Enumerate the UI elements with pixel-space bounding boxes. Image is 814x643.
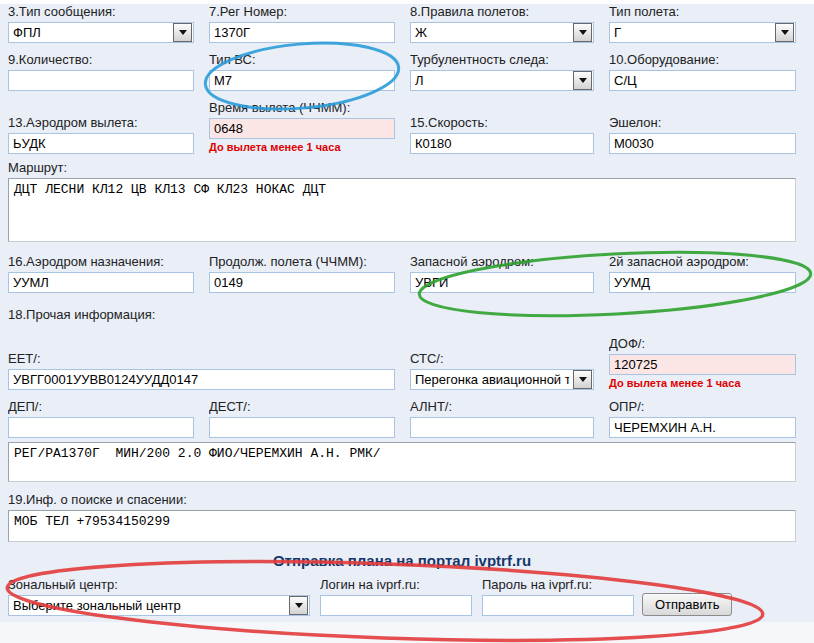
- dropdown-arrow-icon: [781, 30, 789, 35]
- route-textarea[interactable]: [8, 178, 796, 242]
- dof-warning: До вылета менее 1 часа: [609, 377, 796, 390]
- altn-input[interactable]: [410, 417, 594, 438]
- route-label: Маршрут:: [8, 160, 796, 175]
- zonal-center-value: Выберите зональный центр: [13, 598, 285, 613]
- sts-label: СТС/:: [410, 351, 594, 366]
- field-departure-time: Время вылета (ЧЧММ): До вылета менее 1 ч…: [209, 100, 395, 154]
- sts-select[interactable]: Перегонка авиационной т: [410, 369, 594, 390]
- dest-label: ДЕСТ/:: [209, 399, 395, 414]
- field-level: Эшелон:: [609, 115, 796, 154]
- dest-input[interactable]: [209, 417, 395, 438]
- alternate-aerodrome-label: Запасной аэродром:: [410, 254, 594, 269]
- sar-textarea[interactable]: [8, 510, 796, 542]
- departure-time-label: Время вылета (ЧЧММ):: [209, 100, 395, 115]
- field-altn: АЛНТ/:: [410, 399, 594, 438]
- dropdown-arrow-icon: [295, 603, 303, 608]
- field-sts: СТС/: Перегонка авиационной т: [410, 351, 594, 390]
- field-reg-number: 7.Рег Номер:: [209, 4, 395, 43]
- departure-time-warning: До вылета менее 1 часа: [209, 141, 395, 154]
- submit-button[interactable]: Отправить: [642, 593, 732, 616]
- form-content: 3.Тип сообщения: ФПЛ 7.Рег Номер: 8.Прав…: [8, 4, 796, 616]
- speed-label: 15.Скорость:: [410, 115, 594, 130]
- portal-login-label: Логин на ivprf.ru:: [320, 577, 472, 592]
- portal-send-row: Зональный центр: Выберите зональный цент…: [8, 577, 796, 616]
- field-dep: ДЕП/:: [8, 399, 194, 438]
- alternate-aerodrome-input[interactable]: [410, 272, 594, 293]
- flight-type-label: Тип полета:: [609, 4, 796, 19]
- field-flight-rules: 8.Правила полетов: Ж: [410, 4, 594, 43]
- field-wake-turbulence: Турбулентность следа: Л: [410, 52, 594, 91]
- flight-type-select[interactable]: Г: [609, 22, 796, 43]
- wake-turbulence-label: Турбулентность следа:: [410, 52, 594, 67]
- aircraft-type-input[interactable]: [209, 70, 395, 91]
- wake-turbulence-select[interactable]: Л: [410, 70, 594, 91]
- field-eet: ЕЕТ/:: [8, 351, 395, 390]
- field-second-alternate-aerodrome: 2й запасной аэродром:: [609, 254, 796, 293]
- portal-heading: Отправка плана на портал ivptrf.ru: [8, 552, 796, 569]
- portal-login-input[interactable]: [320, 595, 472, 616]
- quantity-input[interactable]: [8, 70, 194, 91]
- sar-label: 19.Инф. о поиске и спасении:: [8, 492, 796, 507]
- eet-label: ЕЕТ/:: [8, 351, 395, 366]
- field-speed: 15.Скорость:: [410, 115, 594, 154]
- eet-input[interactable]: [8, 369, 395, 390]
- destination-grid: 16.Аэродром назначения: Продолж. полета …: [8, 254, 796, 293]
- flight-duration-label: Продолж. полета (ЧЧММ):: [209, 254, 395, 269]
- flight-rules-value: Ж: [415, 25, 569, 40]
- flight-plan-form-page: 3.Тип сообщения: ФПЛ 7.Рег Номер: 8.Прав…: [0, 0, 814, 643]
- departure-aerodrome-label: 13.Аэродром вылета:: [8, 115, 194, 130]
- opr-input[interactable]: [609, 417, 796, 438]
- sar-block: 19.Инф. о поиске и спасении:: [8, 492, 796, 542]
- route-block: Маршрут:: [8, 160, 796, 242]
- dof-input[interactable]: [609, 354, 796, 375]
- speed-input[interactable]: [410, 133, 594, 154]
- chevron-down-icon[interactable]: [573, 23, 592, 42]
- aircraft-type-label: Тип ВС:: [209, 52, 395, 67]
- portal-password-input[interactable]: [482, 595, 634, 616]
- chevron-down-icon[interactable]: [573, 71, 592, 90]
- equipment-input[interactable]: [609, 70, 796, 91]
- departure-time-input[interactable]: [209, 118, 395, 139]
- chevron-down-icon[interactable]: [173, 23, 192, 42]
- level-input[interactable]: [609, 133, 796, 154]
- chevron-down-icon[interactable]: [573, 370, 592, 389]
- zonal-center-select[interactable]: Выберите зональный центр: [8, 595, 310, 616]
- quantity-label: 9.Количество:: [8, 52, 194, 67]
- field-msg-type: 3.Тип сообщения: ФПЛ: [8, 4, 194, 43]
- dropdown-arrow-icon: [579, 78, 587, 83]
- field-destination-aerodrome: 16.Аэродром назначения:: [8, 254, 194, 293]
- second-alternate-aerodrome-label: 2й запасной аэродром:: [609, 254, 796, 269]
- field-dest: ДЕСТ/:: [209, 399, 395, 438]
- other-info-grid: ЕЕТ/: СТС/: Перегонка авиационной т ДОФ/…: [8, 336, 796, 438]
- chevron-down-icon[interactable]: [775, 23, 794, 42]
- other-info-textarea[interactable]: [8, 442, 796, 482]
- field-departure-aerodrome: 13.Аэродром вылета:: [8, 115, 194, 154]
- reg-number-label: 7.Рег Номер:: [209, 4, 395, 19]
- flight-rules-label: 8.Правила полетов:: [410, 4, 594, 19]
- flight-rules-select[interactable]: Ж: [410, 22, 594, 43]
- msg-type-label: 3.Тип сообщения:: [8, 4, 194, 19]
- second-alternate-aerodrome-input[interactable]: [609, 272, 796, 293]
- equipment-label: 10.Оборудование:: [609, 52, 796, 67]
- field-portal-login: Логин на ivprf.ru:: [320, 577, 472, 616]
- portal-password-label: Пароль на ivprf.ru:: [482, 577, 634, 592]
- field-quantity: 9.Количество:: [8, 52, 194, 91]
- dep-input[interactable]: [8, 417, 194, 438]
- altn-label: АЛНТ/:: [410, 399, 594, 414]
- departure-aerodrome-input[interactable]: [8, 133, 194, 154]
- field-portal-password: Пароль на ivprf.ru:: [482, 577, 634, 616]
- field-flight-type: Тип полета: Г: [609, 4, 796, 43]
- reg-number-input[interactable]: [209, 22, 395, 43]
- destination-aerodrome-input[interactable]: [8, 272, 194, 293]
- zonal-center-label: Зональный центр:: [8, 577, 310, 592]
- sts-value: Перегонка авиационной т: [415, 372, 569, 387]
- msg-type-select[interactable]: ФПЛ: [8, 22, 194, 43]
- dep-label: ДЕП/:: [8, 399, 194, 414]
- chevron-down-icon[interactable]: [289, 596, 308, 615]
- flight-type-value: Г: [614, 25, 771, 40]
- field-dof: ДОФ/: До вылета менее 1 часа: [609, 336, 796, 390]
- opr-label: ОПР/:: [609, 399, 796, 414]
- dropdown-arrow-icon: [179, 30, 187, 35]
- other-info-section-label: 18.Прочая информация:: [8, 307, 796, 322]
- flight-duration-input[interactable]: [209, 272, 395, 293]
